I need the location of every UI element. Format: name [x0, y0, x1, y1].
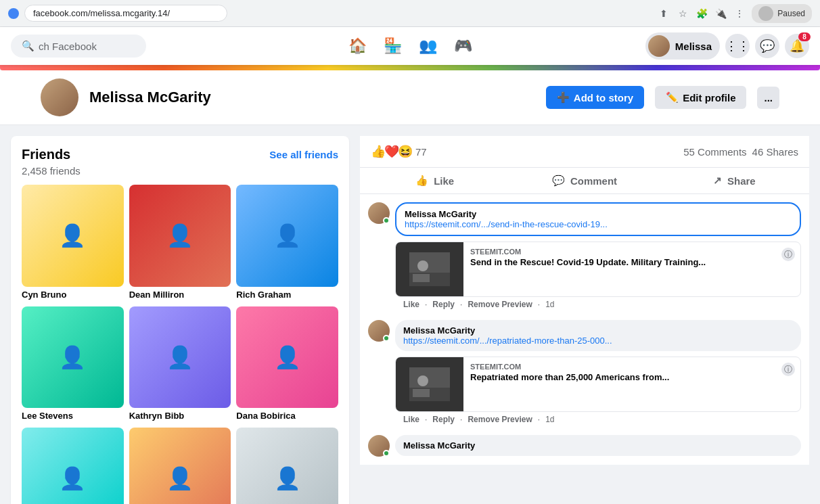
- friend-item[interactable]: 👤Kathryn Bibb: [129, 306, 231, 423]
- post-actions: 👍 Like 💬 Comment ↗ Share: [360, 168, 809, 194]
- comment-reply-action[interactable]: Reply: [432, 300, 455, 309]
- comments-count[interactable]: 55 Comments: [683, 146, 746, 158]
- reactions-right: 55 Comments 46 Shares: [683, 146, 798, 158]
- comment-action-bar: Like · Reply · Remove Preview · 1d: [395, 412, 801, 427]
- comments-section: Melissa McGarityhttps://steemit.com/.../…: [360, 194, 809, 465]
- friends-header: Friends See all friends: [22, 147, 338, 162]
- groups-nav-button[interactable]: 👥: [411, 30, 444, 62]
- friend-photo: 👤: [129, 306, 231, 409]
- notifications-button[interactable]: 🔔 8: [785, 34, 809, 58]
- friend-name: Dean Milliron: [129, 290, 231, 301]
- comment-author[interactable]: Melissa McGarity: [405, 209, 792, 219]
- comment-button[interactable]: 💬 Comment: [509, 168, 659, 193]
- preview-image: [396, 242, 463, 296]
- preview-info-button[interactable]: ⓘ: [781, 363, 795, 376]
- like-button[interactable]: 👍 Like: [360, 168, 509, 193]
- pencil-icon: ✏️: [666, 91, 679, 104]
- action-separator: ·: [460, 415, 462, 424]
- friend-photo: 👤: [129, 185, 231, 287]
- comment-remove-preview-action[interactable]: Remove Preview: [468, 300, 532, 309]
- gaming-nav-button[interactable]: 🎮: [447, 30, 479, 62]
- comment-link[interactable]: https://steemit.com/.../send-in-the-resc…: [405, 219, 792, 229]
- friend-photo: 👤: [22, 428, 124, 504]
- profile-name: Melissa McGarity: [89, 89, 535, 106]
- comment-like-action[interactable]: Like: [403, 300, 419, 309]
- love-reaction-icon: ❤️: [384, 144, 399, 159]
- preview-title: Send in the Rescue! Covid-19 Update. Mil…: [470, 257, 794, 269]
- preview-text: STEEMIT.COMRepatriated more than 25,000 …: [463, 357, 800, 411]
- bookmark-icon[interactable]: ☆: [676, 7, 689, 20]
- home-nav-button[interactable]: 🏠: [341, 30, 373, 62]
- comment-author[interactable]: Melissa McGarity: [403, 440, 793, 451]
- friend-item[interactable]: 👤Cyn Bruno: [22, 185, 124, 301]
- action-separator: ·: [425, 415, 427, 424]
- friend-photo: 👤: [22, 185, 124, 287]
- apps-button[interactable]: ⋮⋮: [725, 34, 750, 58]
- preview-source: STEEMIT.COM: [470, 248, 794, 256]
- comment-body: Melissa McGarity: [395, 435, 801, 456]
- add-to-story-button[interactable]: ➕ Add to story: [546, 86, 644, 109]
- share-icon[interactable]: ⬆: [657, 7, 670, 20]
- comment-reply-action[interactable]: Reply: [432, 415, 455, 424]
- extensions-icon[interactable]: 🔌: [714, 7, 727, 20]
- comment-link[interactable]: https://steemit.com/.../repatriated-more…: [403, 336, 793, 346]
- comment-block: Melissa McGarity: [368, 435, 801, 457]
- friend-item[interactable]: 👤Dean Milliron: [129, 185, 231, 301]
- nav-right: Melissa ⋮⋮ 💬 🔔 8: [645, 32, 809, 60]
- extension-icon[interactable]: 🧩: [695, 7, 708, 20]
- reactions-left: 👍 ❤️ 😆 77: [371, 144, 427, 159]
- preview-title: Repatriated more than 25,000 Americans f…: [470, 372, 794, 384]
- comment-author[interactable]: Melissa McGarity: [403, 325, 793, 336]
- search-bar[interactable]: 🔍 ch Facebook: [11, 35, 146, 58]
- friend-photo: 👤: [129, 428, 231, 504]
- right-panel: 👍 ❤️ 😆 77 55 Comments 46 Shares 👍 Like 💬…: [360, 136, 809, 465]
- more-options-button[interactable]: ...: [757, 87, 779, 109]
- paused-badge: Paused: [752, 4, 812, 23]
- comment-remove-preview-action[interactable]: Remove Preview: [468, 415, 532, 424]
- friend-item[interactable]: 👤Roop Singh: [22, 428, 124, 504]
- comment-body: Melissa McGarityhttps://steemit.com/.../…: [395, 320, 801, 427]
- preview-info-button[interactable]: ⓘ: [781, 248, 795, 261]
- friends-panel: Friends See all friends 2,458 friends 👤C…: [11, 136, 349, 504]
- friend-item[interactable]: 👤Rich Graham: [236, 185, 338, 301]
- friend-item[interactable]: 👤Isiyaku Minister: [236, 428, 338, 504]
- nav-center: 🏠 🏪 👥 🎮: [341, 30, 479, 62]
- svg-point-5: [417, 375, 428, 386]
- user-menu-button[interactable]: Melissa: [645, 32, 720, 60]
- user-avatar: [648, 35, 670, 57]
- action-separator: ·: [538, 300, 540, 309]
- friend-photo: 👤: [236, 428, 338, 504]
- preview-source: STEEMIT.COM: [470, 363, 794, 371]
- comment-like-action[interactable]: Like: [403, 415, 419, 424]
- marketplace-nav-button[interactable]: 🏪: [376, 30, 409, 62]
- comment-action-bar: Like · Reply · Remove Preview · 1d: [395, 297, 801, 312]
- share-arrow-icon: ↗: [713, 175, 722, 187]
- shares-count[interactable]: 46 Shares: [752, 146, 798, 158]
- friend-item[interactable]: 👤Thesi Scarlatti van Arensbergen: [129, 428, 231, 504]
- share-button[interactable]: ↗ Share: [660, 168, 809, 193]
- comment-block: Melissa McGarityhttps://steemit.com/.../…: [368, 320, 801, 427]
- svg-rect-3: [413, 274, 430, 282]
- friend-name: Cyn Bruno: [22, 290, 124, 301]
- post-reactions-bar: 👍 ❤️ 😆 77 55 Comments 46 Shares: [360, 136, 809, 168]
- messenger-button[interactable]: 💬: [755, 34, 779, 58]
- browser-favicon: [8, 8, 19, 19]
- online-indicator: [383, 217, 390, 224]
- search-icon: 🔍: [22, 40, 35, 52]
- profile-avatar: [41, 78, 78, 116]
- menu-icon[interactable]: ⋮: [733, 7, 746, 20]
- like-icon: 👍: [415, 175, 428, 187]
- friend-photo: 👤: [22, 306, 124, 409]
- edit-profile-button[interactable]: ✏️ Edit profile: [655, 86, 746, 109]
- friend-item[interactable]: 👤Dana Bobirica: [236, 306, 338, 423]
- comment-bubble: Melissa McGarityhttps://steemit.com/.../…: [395, 320, 801, 351]
- friend-item[interactable]: 👤Lee Stevens: [22, 306, 124, 423]
- address-bar[interactable]: facebook.com/melissa.mcgarity.14/: [24, 5, 227, 22]
- haha-reaction-icon: 😆: [398, 144, 413, 159]
- profile-color-bar: [0, 65, 820, 70]
- action-separator: ·: [538, 415, 540, 424]
- see-all-friends-link[interactable]: See all friends: [269, 149, 338, 160]
- comment-time: 1d: [545, 300, 554, 309]
- friends-grid: 👤Cyn Bruno👤Dean Milliron👤Rich Graham👤Lee…: [22, 185, 338, 504]
- friends-title: Friends: [22, 147, 70, 162]
